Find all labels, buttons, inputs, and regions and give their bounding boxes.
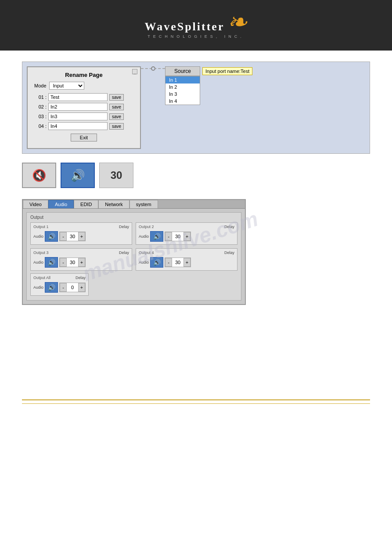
- output-all-minus-button[interactable]: -: [60, 283, 67, 292]
- output4-plus-button[interactable]: +: [183, 258, 191, 267]
- icons-row: 🔇 🔊 30: [22, 163, 370, 188]
- output3-plus-button[interactable]: +: [78, 258, 85, 267]
- audio-panel-wrapper: manualshlive.com Video Audio EDID Networ…: [22, 199, 370, 305]
- output1-delay-label: Delay: [119, 225, 129, 230]
- input-row-3: 03 : save: [34, 112, 133, 120]
- output2-title: Output 2: [139, 225, 154, 229]
- output-all-controls: Audio 🔊 - 0 +: [33, 282, 86, 293]
- exit-button[interactable]: Exit: [71, 134, 97, 141]
- input-field-4[interactable]: [48, 122, 108, 130]
- input-num-2: 02 :: [34, 104, 47, 109]
- source-item-in4[interactable]: In 4: [165, 98, 200, 105]
- output-section: Output Output 1 Delay Audio 🔊 -: [26, 212, 241, 301]
- muted-speaker-icon: 🔇: [32, 169, 46, 182]
- output-section-title: Output: [30, 215, 237, 220]
- output1-delay-control: - 30 +: [59, 232, 86, 241]
- output2-minus-button[interactable]: -: [165, 232, 172, 241]
- input-row-1: 01 : save: [34, 93, 133, 101]
- mode-select[interactable]: Input Output: [49, 82, 84, 90]
- logo-swoosh-icon: ❧: [227, 12, 247, 32]
- save-button-2[interactable]: save: [109, 104, 124, 110]
- output2-audio-label: Audio: [139, 234, 149, 239]
- output3-delay-label: Delay: [119, 250, 129, 256]
- output-all-title: Output All: [33, 276, 50, 280]
- output-all-delay-control: - 0 +: [59, 283, 86, 292]
- output2-delay-label: Delay: [224, 225, 234, 230]
- output-all-box: Output All Delay Audio 🔊 - 0 +: [30, 273, 89, 296]
- output3-audio-label: Audio: [33, 260, 43, 265]
- rename-panel: _ Rename Page Mode Input Output 01 : sav…: [27, 66, 141, 149]
- footer-line: [22, 403, 370, 404]
- source-dropdown: Source In 1 In 2 In 3 In 4 Input port na…: [165, 66, 200, 105]
- minimize-button[interactable]: _: [132, 69, 137, 74]
- output-all-plus-button[interactable]: +: [78, 283, 85, 292]
- output1-audio-label: Audio: [33, 234, 43, 239]
- output1-plus-button[interactable]: +: [78, 232, 85, 241]
- tab-audio[interactable]: Audio: [48, 200, 74, 208]
- input-row-4: 04 : save: [34, 122, 133, 130]
- tab-edid[interactable]: EDID: [74, 200, 98, 208]
- output2-speaker-button[interactable]: 🔊: [150, 231, 163, 242]
- exit-row: Exit: [34, 134, 133, 141]
- connector: [141, 66, 165, 71]
- input-num-3: 03 :: [34, 114, 47, 119]
- tab-bar: Video Audio EDID Network system: [23, 200, 245, 209]
- output4-controls: Audio 🔊 - 30 +: [139, 257, 234, 268]
- output-all-audio-label: Audio: [33, 285, 43, 290]
- output4-minus-button[interactable]: -: [165, 258, 172, 267]
- save-button-3[interactable]: save: [109, 113, 124, 120]
- save-button-4[interactable]: save: [109, 123, 124, 130]
- output1-speaker-button[interactable]: 🔊: [45, 231, 58, 242]
- screenshot-rename: _ Rename Page Mode Input Output 01 : sav…: [22, 62, 370, 154]
- output4-delay-label: Delay: [224, 250, 234, 256]
- tab-video[interactable]: Video: [23, 200, 48, 208]
- save-button-1[interactable]: save: [109, 94, 124, 101]
- output3-title: Output 3: [33, 250, 49, 255]
- output-box-4: Output 4 Delay Audio 🔊 - 30 +: [136, 248, 237, 271]
- source-item-in2[interactable]: In 2: [165, 83, 200, 91]
- audio-panel: Video Audio EDID Network system Output O…: [22, 199, 246, 305]
- tab-system[interactable]: system: [129, 200, 158, 208]
- active-speaker-button[interactable]: 🔊: [61, 163, 95, 188]
- output4-delay-value: 30: [172, 258, 183, 267]
- rename-title: Rename Page: [34, 72, 133, 78]
- output1-title: Output 1: [33, 225, 49, 229]
- output-box-1: Output 1 Delay Audio 🔊 - 30 +: [30, 222, 132, 245]
- input-field-3[interactable]: [48, 112, 108, 120]
- output2-delay-value: 30: [172, 232, 183, 241]
- mode-row: Mode Input Output: [34, 82, 133, 90]
- input-row-2: 02 : save: [34, 103, 133, 111]
- output2-delay-control: - 30 +: [165, 232, 191, 241]
- output3-minus-button[interactable]: -: [60, 258, 67, 267]
- output4-speaker-button[interactable]: 🔊: [150, 257, 163, 268]
- output-all-delay-value: 0: [67, 283, 78, 292]
- footer: [22, 399, 370, 406]
- output4-title: Output 4: [139, 250, 154, 255]
- output3-speaker-button[interactable]: 🔊: [45, 257, 58, 268]
- number-display[interactable]: 30: [99, 163, 133, 188]
- tab-network[interactable]: Network: [98, 200, 129, 208]
- number-value: 30: [111, 169, 122, 181]
- output2-plus-button[interactable]: +: [183, 232, 191, 241]
- output3-controls: Audio 🔊 - 30 +: [33, 257, 129, 268]
- input-field-1[interactable]: [48, 93, 108, 101]
- tooltip: Input port name:Test: [202, 67, 252, 75]
- source-header[interactable]: Source: [165, 66, 200, 76]
- input-num-1: 01 :: [34, 94, 47, 100]
- mode-label: Mode: [34, 83, 47, 88]
- connector-dot: [151, 66, 155, 71]
- output4-audio-label: Audio: [139, 260, 149, 265]
- source-item-in3[interactable]: In 3: [165, 91, 200, 98]
- output-all-speaker-button[interactable]: 🔊: [45, 282, 58, 293]
- active-speaker-icon: 🔊: [71, 169, 85, 182]
- input-field-2[interactable]: [48, 103, 108, 111]
- output1-delay-value: 30: [67, 232, 78, 241]
- output-box-2: Output 2 Delay Audio 🔊 - 30 +: [136, 222, 237, 245]
- input-num-4: 04 :: [34, 123, 47, 129]
- main-content: _ Rename Page Mode Input Output 01 : sav…: [0, 51, 392, 312]
- source-item-in1[interactable]: In 1: [165, 76, 200, 83]
- muted-speaker-button[interactable]: 🔇: [22, 163, 56, 188]
- logo-subtitle: TECHNOLOGIES, INC.: [145, 34, 248, 39]
- output-box-3: Output 3 Delay Audio 🔊 - 30 +: [30, 248, 132, 271]
- output1-minus-button[interactable]: -: [60, 232, 67, 241]
